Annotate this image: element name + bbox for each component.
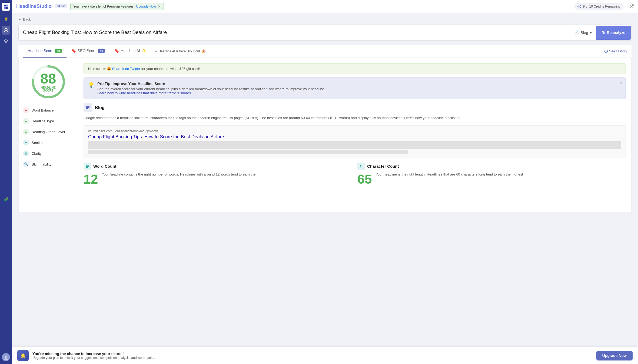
svg-rect-16 <box>86 108 88 109</box>
user-avatar[interactable] <box>2 353 10 361</box>
bottom-spacer <box>84 190 626 206</box>
right-panel: Nice score! 🤩 Share it on Twitter for yo… <box>78 58 631 212</box>
word-count-content: 12 Your headline contains the right numb… <box>84 172 352 186</box>
app-logo[interactable] <box>2 3 10 11</box>
char-count-desc: Your headline is the right length. Headl… <box>376 172 626 177</box>
char-count-title: Character Count <box>367 164 399 168</box>
serp-snippet-line1 <box>88 141 621 149</box>
type-chevron-icon: ▾ <box>590 31 592 35</box>
metric-word-balance[interactable]: ● Word Balance <box>23 105 74 116</box>
tab-seo-score[interactable]: 🔖 SEO Score 89 <box>67 45 109 58</box>
metric-clarity[interactable]: ◎ Clarity <box>23 148 74 159</box>
svg-rect-15 <box>86 107 89 108</box>
svg-rect-14 <box>86 106 89 107</box>
sidebar-icon-headline[interactable]: H <box>2 26 10 35</box>
metric-sentiment[interactable]: ● Sentiment <box>23 137 74 148</box>
serp-preview: yourwebsite.com › cheap-flight-booking-t… <box>84 125 626 158</box>
reanalyze-label: Reanalyze <box>607 31 625 35</box>
metric-headline-type[interactable]: ▲ Headline Type <box>23 116 74 126</box>
char-count-content: 65 Your headline is the right length. He… <box>357 172 626 186</box>
back-arrow: ← <box>18 17 22 21</box>
svg-text:9: 9 <box>579 6 580 8</box>
headline-input[interactable] <box>23 25 570 40</box>
see-history-label: See History <box>609 49 627 53</box>
tab-headline-ai-label: Headline AI <box>121 49 140 53</box>
bookmark-icon-2: 🔖 <box>114 49 119 53</box>
see-history-link[interactable]: See History <box>604 49 627 53</box>
upgrade-subtitle: Upgrade your plan to unlock your suggest… <box>32 356 593 360</box>
headline-ai-promo: ← Headline AI is here! Try it out. 🎉 <box>154 49 206 53</box>
svg-point-7 <box>5 356 7 358</box>
sidebar: 💡 H 🧩 <box>0 0 12 364</box>
word-count-number: 12 <box>84 173 98 186</box>
blog-section: Blog Google recommends a headline limit … <box>84 103 626 186</box>
share-twitter-link[interactable]: Share it on Twitter <box>112 67 140 71</box>
tab-headline-ai[interactable]: 🔖 Headline AI ✨ <box>109 45 151 58</box>
reading-grade-icon: ≡ <box>23 129 29 135</box>
word-count-card: Word Count 12 Your headline contains the… <box>84 163 352 186</box>
pro-tip-link[interactable]: Learn how to write headlines that drive … <box>97 91 192 95</box>
headline-type-label: Headline Type <box>32 119 54 123</box>
word-count-desc: Your headline contains the right number … <box>102 172 352 177</box>
tab-headline-score[interactable]: Headline Score 88 <box>23 45 67 58</box>
ai-sparkle-icon: ✨ <box>142 49 146 53</box>
pro-tip-close[interactable]: ✕ <box>619 80 622 86</box>
svg-point-8 <box>4 358 8 360</box>
sidebar-icon-puzzle[interactable]: 🧩 <box>2 195 10 204</box>
tab-seo-score-label: SEO Score <box>78 49 97 53</box>
word-count-title: Word Count <box>93 164 117 168</box>
word-count-header: Word Count <box>84 163 352 170</box>
main-area: HeadlineStudio BASIC You have 7 days lef… <box>12 0 638 364</box>
promo-close-icon[interactable]: ✕ <box>158 4 161 9</box>
blog-description: Google recommends a headline limit of 60… <box>84 115 626 121</box>
char-count-number: 65 <box>357 173 372 186</box>
promo-text: You have 7 days left of Premium Features… <box>73 5 134 8</box>
blog-header: Blog <box>84 103 626 112</box>
type-selector[interactable]: 📄 Blog ▾ <box>570 31 596 35</box>
score-number: 88 <box>41 72 56 86</box>
sidebar-icon-layers[interactable] <box>2 37 10 45</box>
upgrade-icon: ⭐ <box>17 350 29 361</box>
svg-rect-19 <box>86 167 88 168</box>
clarity-label: Clarity <box>32 151 42 156</box>
serp-snippet-line2 <box>88 150 408 154</box>
svg-rect-17 <box>86 165 89 166</box>
brand-name: HeadlineStudio <box>16 4 52 9</box>
svg-text:T: T <box>360 165 361 168</box>
svg-rect-2 <box>4 7 6 9</box>
word-count-icon <box>84 163 91 170</box>
metric-skimmability[interactable]: 🔍 Skimmability <box>23 159 74 170</box>
serp-title-link[interactable]: Cheap Flight Booking Tips: How to Score … <box>88 134 621 140</box>
svg-marker-6 <box>4 39 8 42</box>
tabs-row: Headline Score 88 🔖 SEO Score 89 🔖 Headl… <box>18 45 632 58</box>
pro-tip-alert: 💡 Pro Tip: Improve Your Headline Score S… <box>84 77 626 99</box>
char-count-icon: T <box>357 163 365 170</box>
sentiment-label: Sentiment <box>32 141 48 145</box>
headline-type-icon: ▲ <box>23 118 29 124</box>
share-alert: Nice score! 🤩 Share it on Twitter for yo… <box>84 63 626 74</box>
back-link[interactable]: ← Back <box>18 17 632 21</box>
upgrade-now-button[interactable]: Upgrade Now <box>596 351 633 360</box>
seo-score-badge: 89 <box>98 49 105 53</box>
back-label: Back <box>23 17 31 21</box>
svg-rect-1 <box>6 5 8 6</box>
bulb-icon: 💡 <box>88 82 94 95</box>
promo-banner: You have 7 days left of Premium Features… <box>70 3 164 10</box>
reanalyze-button[interactable]: ↻ Reanalyze <box>596 26 631 40</box>
credits-display: 9 9 of 10 Credits Remaining <box>574 3 624 10</box>
char-count-card: T Character Count 65 Your headline is th… <box>357 163 626 186</box>
svg-rect-3 <box>6 7 8 9</box>
sidebar-icon-lightbulb[interactable]: 💡 <box>2 15 10 24</box>
metrics-grid: Word Count 12 Your headline contains the… <box>84 163 626 186</box>
upgrade-title: You're missing the chance to increase yo… <box>32 352 593 356</box>
score-label: HEADLINESCORE <box>41 86 56 92</box>
score-inner: 88 HEADLINESCORE <box>31 64 66 99</box>
metric-reading-grade[interactable]: ≡ Reading Grade Level <box>23 126 74 137</box>
headline-input-row: 📄 Blog ▾ ↻ Reanalyze <box>18 25 632 41</box>
char-count-header: T Character Count <box>357 163 626 170</box>
word-balance-label: Word Balance <box>32 108 54 112</box>
content-area: ← Back 📄 Blog ▾ ↻ Reanalyze Headline Sco… <box>12 13 638 364</box>
type-label: Blog <box>580 31 588 35</box>
serp-url: yourwebsite.com › cheap-flight-booking-t… <box>88 129 621 133</box>
upgrade-now-link[interactable]: Upgrade Now <box>136 5 156 8</box>
